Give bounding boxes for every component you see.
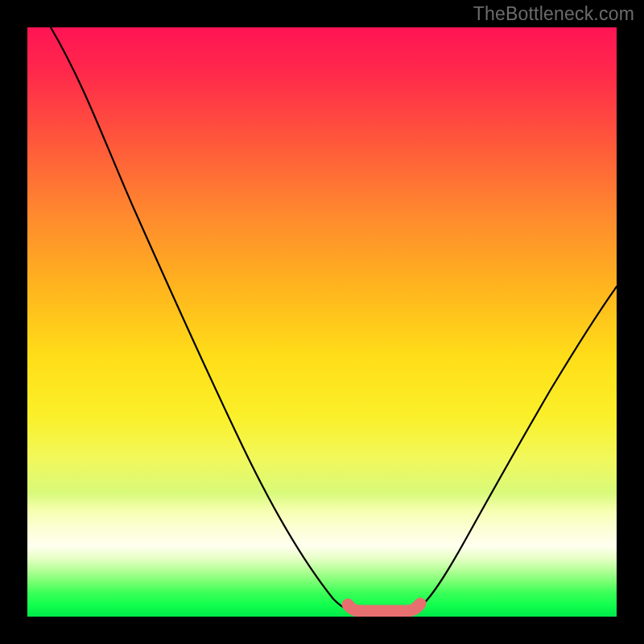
bottom-pink-band <box>348 604 420 611</box>
plot-area <box>27 27 617 617</box>
plot-svg <box>27 27 617 617</box>
curve-left <box>51 27 349 609</box>
watermark-text: TheBottleneck.com <box>473 3 634 25</box>
chart-frame: TheBottleneck.com <box>0 0 644 644</box>
curve-right <box>419 287 617 608</box>
